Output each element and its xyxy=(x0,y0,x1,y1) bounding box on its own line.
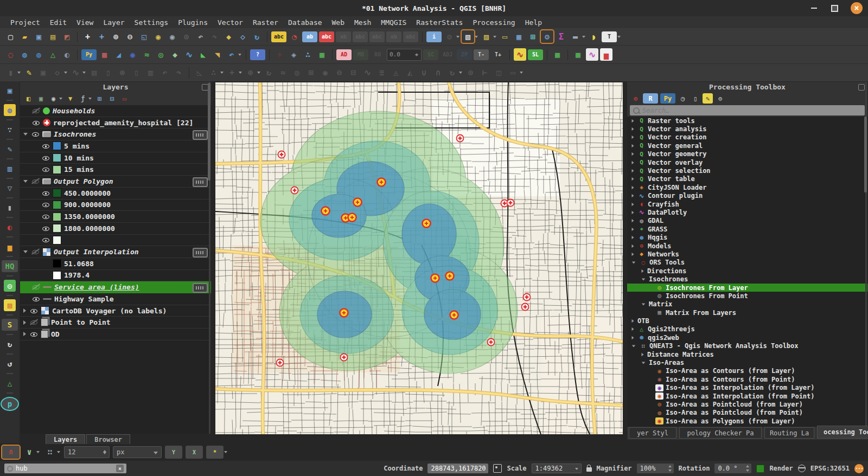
algorithm-vector-creation[interactable]: QVector creation xyxy=(627,133,867,141)
algorithm-iso-area-as-polygons-from-layer[interactable]: ◉Iso-Area as Polygons (from Layer) xyxy=(627,417,867,425)
geocoder-globe-icon[interactable]: ◍ xyxy=(33,48,45,61)
visibility-off-icon[interactable] xyxy=(32,283,40,291)
refresh-map-icon[interactable]: ↻ xyxy=(251,30,263,43)
algorithm-vector-general[interactable]: QVector general xyxy=(627,141,867,150)
algorithm-ors-tools[interactable]: ◌ORS Tools xyxy=(627,259,867,267)
rasterstats-icon[interactable]: ▅ xyxy=(600,48,612,61)
algorithm-qgis2threejs[interactable]: △Qgis2threejs xyxy=(627,325,867,333)
minimize-button[interactable] xyxy=(809,4,818,12)
tree-expand-icon[interactable] xyxy=(642,303,645,305)
tree-expand-icon[interactable] xyxy=(642,269,644,273)
tree-expand-icon[interactable] xyxy=(632,336,634,339)
p-circle-icon[interactable]: p xyxy=(1,397,19,411)
render-checkbox[interactable] xyxy=(756,465,764,473)
pan-map-icon[interactable]: + xyxy=(81,30,94,43)
maximize-button[interactable] xyxy=(830,4,839,12)
tree-expand-icon[interactable] xyxy=(642,352,644,356)
qgis2threejs-icon[interactable]: △ xyxy=(47,48,59,61)
menu-project[interactable]: Project xyxy=(5,18,45,27)
menu-edit[interactable]: Edit xyxy=(45,18,72,27)
tree-expand-icon[interactable] xyxy=(632,219,634,222)
rotation-spinbox[interactable]: 0.0 ° xyxy=(714,464,751,473)
algorithm-hqgis[interactable]: ⊛Hqgis xyxy=(627,233,867,241)
help-contents-icon[interactable]: ? xyxy=(250,49,265,60)
layer-item-isochrones[interactable]: Isochrones xyxy=(20,128,211,140)
hqgis-icon[interactable]: HQ xyxy=(2,260,18,272)
ors-route-icon[interactable]: ∿ xyxy=(514,48,526,61)
deselect-features-icon[interactable]: ▭ xyxy=(499,30,511,43)
snapping-type-icon[interactable]: ∷ xyxy=(43,446,56,459)
snapping-intersection-icon[interactable]: X xyxy=(186,446,203,459)
ph-geoportal-icon[interactable]: ◐ xyxy=(4,221,16,233)
layer-item-highway-sample[interactable]: Highway Sample xyxy=(20,293,211,305)
attribute-join-icon[interactable]: ▦ xyxy=(572,48,584,61)
layer-item-900-0000000[interactable]: 900.0000000 xyxy=(20,200,211,211)
refresh-layers-icon[interactable]: ↻ xyxy=(4,338,16,350)
menu-help[interactable]: Help xyxy=(520,18,547,27)
algorithm-crayfish[interactable]: ◖Crayfish xyxy=(627,200,867,208)
zoom-to-selection-icon[interactable]: ◉ xyxy=(152,30,164,43)
models-icon[interactable]: ⚙ xyxy=(630,93,641,104)
remove-layer-icon[interactable]: ▭ xyxy=(119,93,130,104)
visibility-off-icon[interactable] xyxy=(31,177,40,185)
algorithm-iso-area-as-interpolation-from-layer[interactable]: ◉Iso-Area as Interpolation (from Layer) xyxy=(627,384,867,392)
tree-expand-icon[interactable] xyxy=(632,244,634,247)
lagoon-tools-icon[interactable]: ≈ xyxy=(141,48,153,61)
dropdown-arrow-icon[interactable] xyxy=(57,451,60,453)
tree-expand-icon[interactable] xyxy=(642,362,645,364)
reload-icon[interactable]: ↺ xyxy=(4,358,16,370)
dropdown-arrow-icon[interactable] xyxy=(36,451,40,453)
zoom-full-icon[interactable]: ◱ xyxy=(138,30,150,43)
layer-item-cartodb-voyager-no-labels[interactable]: CartoDB Voyager (no labels) xyxy=(20,305,211,317)
layer-item-15-mins[interactable]: 15 mins xyxy=(20,164,211,176)
layer-item-swatch[interactable] xyxy=(20,235,211,247)
tree-expand-icon[interactable] xyxy=(632,152,634,156)
filter-by-expression-icon[interactable]: ƒ xyxy=(78,93,88,104)
toggle-editing-icon[interactable]: ✎ xyxy=(23,67,35,79)
visibility-on-icon[interactable] xyxy=(42,142,50,150)
gps-tools-icon[interactable]: ◈ xyxy=(288,48,300,61)
algorithm-iso-area-as-pointcloud-from-point[interactable]: ◍Iso-Area as Pointcloud (from Point) xyxy=(627,409,867,417)
tree-expand-icon[interactable] xyxy=(632,144,634,147)
gdrive-layers-icon[interactable]: △ xyxy=(4,377,16,389)
snapping-mode-icon[interactable]: ∨ xyxy=(23,446,36,459)
tree-expand-icon[interactable] xyxy=(23,332,26,336)
map-canvas[interactable] xyxy=(215,82,623,434)
t-minus-button[interactable]: T- xyxy=(474,49,489,60)
edit-in-place-icon[interactable]: ✎ xyxy=(703,93,713,104)
dem-terrain-icon[interactable]: ◣ xyxy=(197,48,209,61)
data-source-manager-icon[interactable]: ▣ xyxy=(4,85,16,97)
layer-labeling-icon[interactable]: abc xyxy=(271,31,286,42)
osm-place-search-icon[interactable]: ◎ xyxy=(4,280,16,292)
algorithm-vector-geometry[interactable]: QVector geometry xyxy=(627,150,867,158)
python-scripts-icon[interactable]: Py xyxy=(660,93,675,104)
measure-icon[interactable]: ▬ xyxy=(569,30,582,43)
layout-manager-icon[interactable]: ▤ xyxy=(47,30,59,43)
visibility-off-icon[interactable] xyxy=(31,248,40,256)
tree-expand-icon[interactable] xyxy=(632,319,634,323)
new-bookmark-icon[interactable]: ◆ xyxy=(222,30,235,43)
database-icon[interactable]: ▮ xyxy=(4,202,16,214)
locator-search-input[interactable]: hub × xyxy=(4,464,126,473)
dropdown-arrow-icon[interactable] xyxy=(88,98,92,100)
dropdown-arrow-icon[interactable] xyxy=(224,451,227,453)
tree-expand-icon[interactable] xyxy=(632,169,634,172)
visibility-on-icon[interactable] xyxy=(42,154,50,162)
vertex-editor-icon[interactable]: ∴ xyxy=(302,48,314,61)
filter-legend-icon[interactable]: ▼ xyxy=(65,93,75,104)
dropdown-arrow-icon[interactable] xyxy=(456,36,459,38)
tree-expand-icon[interactable] xyxy=(632,119,634,122)
tree-expand-icon[interactable] xyxy=(23,180,28,183)
show-bookmarks-icon[interactable]: ◇ xyxy=(237,30,249,43)
manage-map-themes-icon[interactable]: ◉ xyxy=(48,93,59,104)
tree-expand-icon[interactable] xyxy=(632,345,635,347)
tree-expand-icon[interactable] xyxy=(632,186,634,189)
tree-expand-icon[interactable] xyxy=(632,327,634,331)
menu-mmqgis[interactable]: MMQGIS xyxy=(376,18,411,27)
feather-plugin-icon[interactable]: ✎ xyxy=(4,143,16,155)
metasearch-icon[interactable]: ◍ xyxy=(18,48,31,61)
dropdown-arrow-icon[interactable] xyxy=(493,36,496,38)
dock-tab-layers[interactable]: Layers xyxy=(46,434,85,444)
panel-popout-icon[interactable] xyxy=(858,84,865,91)
tree-expand-icon[interactable] xyxy=(632,127,634,131)
